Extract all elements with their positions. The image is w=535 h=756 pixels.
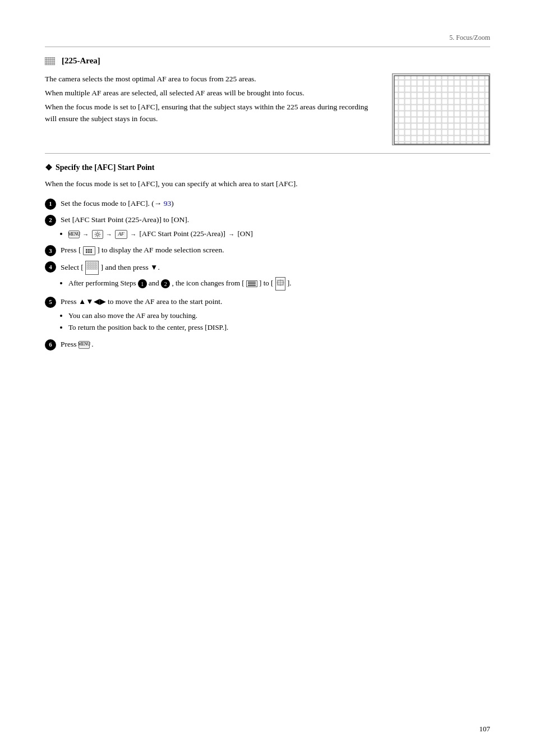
step-5-content: Press ▲▼◀▶ to move the AF area to the st… (61, 296, 490, 334)
svg-point-12 (96, 233, 99, 236)
svg-rect-15 (86, 262, 98, 270)
intro-text: When the focus mode is set to [AFC], you… (45, 178, 490, 190)
subsection-afc-heading: ❖ Specify the [AFC] Start Point (45, 163, 490, 173)
section-divider (45, 153, 490, 154)
icon-bars-before (246, 280, 257, 287)
af-bracket: AF (115, 230, 127, 239)
arrow-1: → (82, 231, 89, 238)
step-3: 3 Press [ ] to display the AF mode selec… (45, 245, 490, 256)
step-number-3: 3 (45, 245, 56, 256)
ref-step-1-icon: 1 (138, 279, 147, 288)
svg-rect-10 (394, 76, 489, 144)
step-4-text: Select [ ] and the (61, 263, 160, 271)
step-6-text: Press MENU . (61, 340, 94, 348)
menu-btn-step6: MENU (79, 341, 90, 349)
step-3-content: Press [ ] to display the AF mode selecti… (61, 245, 490, 256)
step-1-text: Set the focus mode to [AFC]. (→ 93) (61, 199, 174, 208)
step-6-content: Press MENU . (61, 339, 490, 351)
ref-step-2-icon: 2 (161, 279, 170, 288)
af-mode-icon (83, 246, 95, 255)
step-5-bullet-1: You can also move the AF area by touchin… (68, 310, 490, 321)
step-2-bullets: MENU → → AF → [AFC Start Point (225-Area… (61, 228, 490, 239)
step-number-6: 6 (45, 339, 56, 351)
step-6: 6 Press MENU . (45, 339, 490, 351)
arrow-2: → (106, 231, 112, 238)
step-3-text: Press [ ] to display the AF mode selecti… (61, 246, 224, 254)
menu-path-text: [AFC Start Point (225-Area)] (140, 229, 225, 238)
step-5: 5 Press ▲▼◀▶ to move the AF area to the … (45, 296, 490, 334)
step-number-5: 5 (45, 297, 56, 308)
step-5-bullet-2: To return the position back to the cente… (68, 322, 490, 333)
arrow-4: → (228, 231, 234, 238)
content-area-225: The camera selects the most optimal AF a… (45, 73, 490, 145)
steps-list: 1 Set the focus mode to [AFC]. (→ 93) 2 … (45, 198, 490, 351)
step-2-text: Set [AFC Start Point (225-Area)] to [ON]… (61, 215, 189, 224)
para-2: When multiple AF areas are selected, all… (45, 87, 381, 99)
para-1: The camera selects the most optimal AF a… (45, 73, 381, 85)
chapter-title: 5. Focus/Zoom (449, 34, 490, 42)
menu-icon: MENU (68, 231, 80, 238)
chapter-header: 5. Focus/Zoom (45, 34, 490, 47)
step-5-text: Press ▲▼◀▶ to move the AF area to the st… (61, 297, 222, 306)
step-1-content: Set the focus mode to [AFC]. (→ 93) (61, 198, 490, 210)
section-grid-icon (45, 57, 57, 65)
gear-bracket (92, 230, 103, 239)
af-grid-image: /* generated by CSS grid */ (392, 73, 490, 145)
section-225-title: [225-Area] (62, 56, 100, 66)
subsection-title: Specify the [AFC] Start Point (56, 163, 155, 172)
step-4: 4 Select [ (45, 261, 490, 291)
step-5-bullets: You can also move the AF area by touchin… (61, 310, 490, 333)
step-4-bullet-1: After performing Steps 1 and 2 , the ico… (68, 277, 490, 291)
para-3: When the focus mode is set to [AFC], ens… (45, 102, 381, 125)
arrow-3: → (130, 231, 136, 238)
step-number-1: 1 (45, 199, 56, 210)
step-2-bullet-1: MENU → → AF → [AFC Start Point (225-Area… (68, 228, 490, 239)
step-4-bullets: After performing Steps 1 and 2 , the ico… (61, 277, 490, 291)
diamond-icon: ❖ (45, 163, 52, 173)
page-container: 5. Focus/Zoom [225-Area] The camera sele… (0, 0, 535, 756)
step-2: 2 Set [AFC Start Point (225-Area)] to [O… (45, 214, 490, 240)
icon-selected-after (275, 277, 285, 291)
step-1: 1 Set the focus mode to [AFC]. (→ 93) (45, 198, 490, 210)
step-number-4: 4 (45, 261, 56, 273)
text-column-225: The camera selects the most optimal AF a… (45, 73, 381, 145)
step-number-2: 2 (45, 215, 56, 226)
on-text: [ON] (237, 229, 252, 238)
page-number: 107 (479, 725, 491, 734)
section-225-heading: [225-Area] (45, 56, 490, 66)
step-2-content: Set [AFC Start Point (225-Area)] to [ON]… (61, 214, 490, 240)
step-4-content: Select [ ] and the (61, 261, 490, 291)
